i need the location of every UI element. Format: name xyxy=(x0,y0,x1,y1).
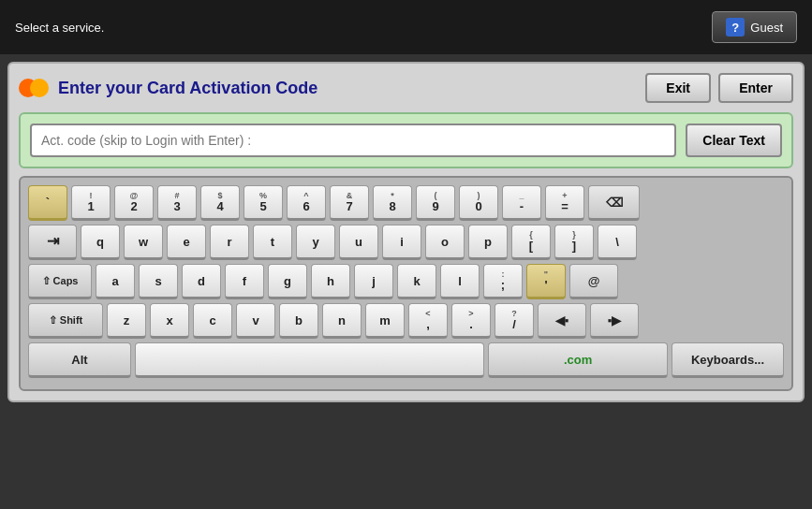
alt-key[interactable]: Alt xyxy=(28,342,131,378)
key-e[interactable]: e xyxy=(167,225,206,260)
key-4[interactable]: $4 xyxy=(200,185,240,221)
header-buttons: Exit Enter xyxy=(645,73,793,103)
key-h[interactable]: h xyxy=(311,264,350,299)
key-d[interactable]: d xyxy=(182,264,221,299)
key-3[interactable]: #3 xyxy=(157,185,197,221)
key-p[interactable]: p xyxy=(468,225,508,260)
guest-icon: ? xyxy=(726,18,745,36)
keyboard-bottom-row: Alt .com Keyboards... xyxy=(28,342,784,378)
activation-code-input[interactable] xyxy=(30,124,676,157)
key-z[interactable]: z xyxy=(107,303,146,339)
keyboards-key[interactable]: Keyboards... xyxy=(672,342,784,378)
key-j[interactable]: j xyxy=(354,264,393,299)
keyboard-row-asdf: ⇧ Caps a s d f g h j k l :; "' @ xyxy=(28,264,784,299)
exit-button[interactable]: Exit xyxy=(645,73,711,103)
key-rbracket[interactable]: }] xyxy=(554,225,594,260)
guest-label: Guest xyxy=(750,21,783,35)
key-comma[interactable]: <, xyxy=(408,303,448,339)
key-backslash[interactable]: \ xyxy=(598,225,637,260)
header-title: Enter your Card Activation Code xyxy=(19,73,317,103)
key-6[interactable]: ^6 xyxy=(287,185,326,221)
key-1[interactable]: !1 xyxy=(71,185,111,221)
key-8[interactable]: *8 xyxy=(373,185,412,221)
key-slash[interactable]: ?/ xyxy=(495,303,534,339)
key-r[interactable]: r xyxy=(210,225,249,260)
main-panel: Enter your Card Activation Code Exit Ent… xyxy=(7,62,805,402)
key-quote[interactable]: "' xyxy=(526,264,566,299)
key-i[interactable]: i xyxy=(382,225,421,260)
key-period[interactable]: >. xyxy=(451,303,491,339)
guest-button[interactable]: ? Guest xyxy=(712,11,797,43)
key-o[interactable]: o xyxy=(425,225,465,260)
backspace-key[interactable]: ⌫ xyxy=(588,185,640,221)
key-q[interactable]: q xyxy=(81,225,120,260)
keyboard-container: ` !1 @2 #3 $4 %5 ^6 &7 *8 (9 )0 _- += ⌫ … xyxy=(19,176,793,391)
keyboard-row-numbers: ` !1 @2 #3 $4 %5 ^6 &7 *8 (9 )0 _- += ⌫ xyxy=(28,185,784,221)
card-icon xyxy=(19,73,49,103)
header-row: Enter your Card Activation Code Exit Ent… xyxy=(19,73,793,103)
clear-text-button[interactable]: Clear Text xyxy=(686,124,782,157)
svg-point-1 xyxy=(30,79,49,97)
keyboard-row-qwerty: ⇥ q w e r t y u i o p {[ }] \ xyxy=(28,225,784,260)
title-text: Enter your Card Activation Code xyxy=(58,79,317,98)
key-lbracket[interactable]: {[ xyxy=(511,225,551,260)
key-u[interactable]: u xyxy=(339,225,378,260)
top-bar: Select a service. ? Guest xyxy=(0,0,812,54)
key-b[interactable]: b xyxy=(279,303,318,339)
key-l[interactable]: l xyxy=(440,264,480,299)
input-section: Clear Text xyxy=(19,112,793,168)
key-7[interactable]: &7 xyxy=(330,185,369,221)
enter-button[interactable]: Enter xyxy=(718,73,793,103)
key-y[interactable]: y xyxy=(296,225,335,260)
key-v[interactable]: v xyxy=(236,303,275,339)
key-0[interactable]: )0 xyxy=(459,185,498,221)
key-at[interactable]: @ xyxy=(569,264,618,299)
caps-key[interactable]: ⇧ Caps xyxy=(28,264,92,299)
key-semicolon[interactable]: :; xyxy=(483,264,523,299)
key-w[interactable]: w xyxy=(124,225,163,260)
tab-key[interactable]: ⇥ xyxy=(28,225,77,260)
key-backtick[interactable]: ` xyxy=(28,185,67,221)
key-c[interactable]: c xyxy=(193,303,232,339)
key-a[interactable]: a xyxy=(96,264,135,299)
key-t[interactable]: t xyxy=(253,225,292,260)
space-key[interactable] xyxy=(135,342,484,378)
key-5[interactable]: %5 xyxy=(244,185,283,221)
select-service-text: Select a service. xyxy=(15,21,104,35)
key-arrow-left[interactable]: ◀▪ xyxy=(538,303,586,339)
key-m[interactable]: m xyxy=(365,303,405,339)
keyboard-row-zxcv: ⇧ Shift z x c v b n m <, >. ?/ ◀▪ ▪▶ xyxy=(28,303,784,339)
key-9[interactable]: (9 xyxy=(416,185,455,221)
shift-key[interactable]: ⇧ Shift xyxy=(28,303,103,339)
key-f[interactable]: f xyxy=(225,264,264,299)
key-k[interactable]: k xyxy=(397,264,436,299)
key-2[interactable]: @2 xyxy=(114,185,154,221)
com-key[interactable]: .com xyxy=(488,342,668,378)
key-minus[interactable]: _- xyxy=(502,185,541,221)
key-g[interactable]: g xyxy=(268,264,307,299)
key-s[interactable]: s xyxy=(139,264,178,299)
key-x[interactable]: x xyxy=(150,303,189,339)
key-equals[interactable]: += xyxy=(545,185,584,221)
key-arrow-right[interactable]: ▪▶ xyxy=(590,303,639,339)
key-n[interactable]: n xyxy=(322,303,362,339)
